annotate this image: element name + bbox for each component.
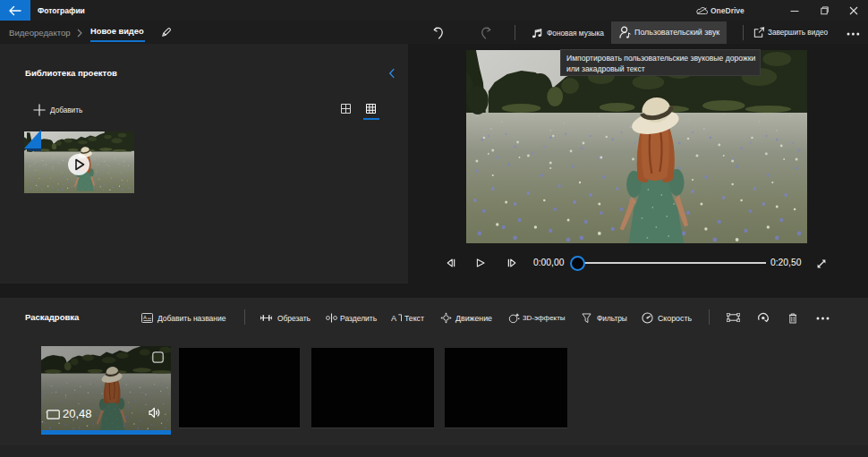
svg-text:A: A	[391, 314, 397, 323]
svg-text:A: A	[143, 315, 147, 320]
